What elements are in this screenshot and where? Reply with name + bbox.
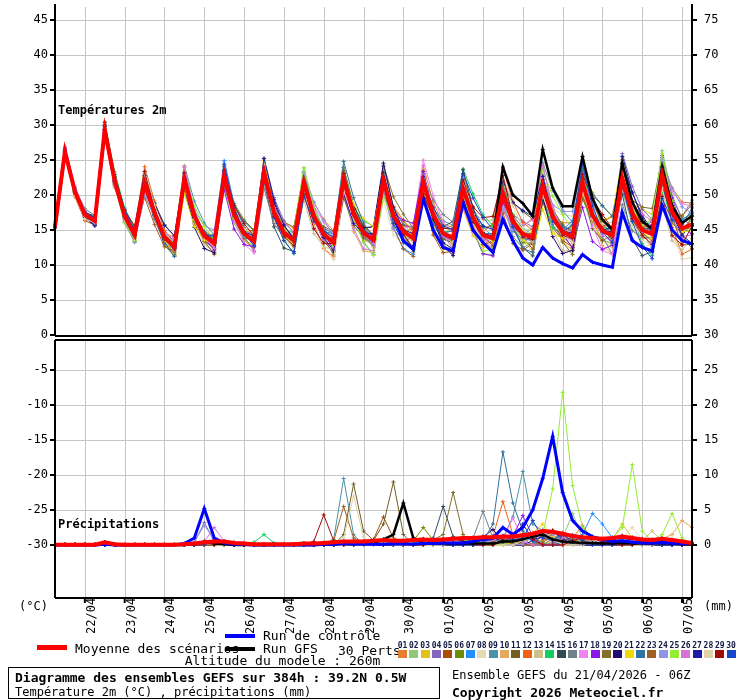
pert-color-swatch — [715, 650, 724, 658]
pert-color-swatch — [704, 650, 713, 658]
pert-number-label: 07 — [464, 641, 477, 650]
pert-number-label: 09 — [487, 641, 500, 650]
pert-color-swatch — [625, 650, 634, 658]
chart-info-box: Diagramme des ensembles GEFS sur 384h : … — [8, 667, 440, 699]
pert-color-swatch — [681, 650, 690, 658]
model-altitude-text: Altitude du modele : 260m — [55, 653, 510, 668]
legend-swatch-mean — [37, 645, 67, 650]
pert-color-swatch — [579, 650, 588, 658]
chart-title: Diagramme des ensembles GEFS sur 384h : … — [15, 670, 406, 685]
pert-color-swatch — [511, 650, 520, 658]
pert-color-swatch — [545, 650, 554, 658]
pert-color-swatch — [557, 650, 566, 658]
pert-number-label: 18 — [589, 641, 602, 650]
pert-number-label: 27 — [691, 641, 704, 650]
pert-number-label: 16 — [566, 641, 579, 650]
pert-number-label: 17 — [577, 641, 590, 650]
pert-number-label: 03 — [419, 641, 432, 650]
left-axis-unit: (°C) — [14, 599, 48, 613]
pert-number-label: 30 — [725, 641, 738, 650]
pert-color-swatch — [534, 650, 543, 658]
pert-number-label: 10 — [498, 641, 511, 650]
pert-number-label: 23 — [645, 641, 658, 650]
pert-color-swatch — [727, 650, 736, 658]
temperature-panel-title: Températures 2m — [58, 103, 166, 117]
copyright-text: Copyright 2026 Meteociel.fr — [452, 685, 663, 700]
pert-number-label: 19 — [600, 641, 613, 650]
legend-swatch-gfs-run — [225, 647, 255, 651]
right-axis-unit: (mm) — [704, 599, 738, 613]
ensemble-forecast-page: 454035302520151050-5-10-15-20-25-3075706… — [0, 0, 740, 700]
pert-number-label: 29 — [713, 641, 726, 650]
pert-number-label: 25 — [668, 641, 681, 650]
legend-swatch-control-run — [225, 634, 255, 638]
pert-number-label: 08 — [475, 641, 488, 650]
pert-number-label: 28 — [702, 641, 715, 650]
pert-number-label: 24 — [657, 641, 670, 650]
pert-color-swatch — [591, 650, 600, 658]
pert-color-swatch — [613, 650, 622, 658]
pert-color-swatch — [670, 650, 679, 658]
pert-number-label: 14 — [543, 641, 556, 650]
precipitation-panel-title: Précipitations — [58, 517, 159, 531]
pert-number-label: 13 — [532, 641, 545, 650]
pert-number-label: 15 — [555, 641, 568, 650]
ensemble-plot-canvas — [0, 0, 740, 640]
pert-number-label: 11 — [509, 641, 522, 650]
pert-color-swatch — [636, 650, 645, 658]
pert-number-label: 02 — [407, 641, 420, 650]
pert-number-label: 20 — [611, 641, 624, 650]
pert-color-swatch — [568, 650, 577, 658]
pert-number-label: 22 — [634, 641, 647, 650]
pert-color-swatch — [693, 650, 702, 658]
pert-number-label: 05 — [441, 641, 454, 650]
run-info-text: Ensemble GEFS du 21/04/2026 - 06Z — [452, 668, 690, 682]
pert-number-label: 06 — [453, 641, 466, 650]
pert-number-label: 21 — [623, 641, 636, 650]
pert-color-swatch — [602, 650, 611, 658]
pert-color-swatch — [647, 650, 656, 658]
pert-color-swatch — [523, 650, 532, 658]
pert-number-label: 26 — [679, 641, 692, 650]
chart-subtitle: Température 2m (°C) , précipitations (mm… — [15, 685, 311, 699]
pert-color-swatch — [659, 650, 668, 658]
pert-number-label: 04 — [430, 641, 443, 650]
pert-number-label: 12 — [521, 641, 534, 650]
